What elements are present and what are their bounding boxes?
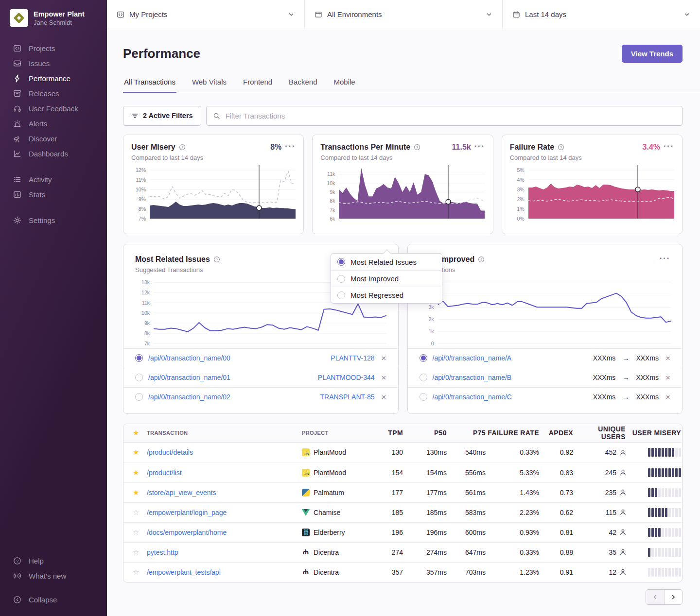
transaction-link[interactable]: /store/api_view_events [147,489,216,496]
column-header[interactable]: USER MISERY [627,429,682,437]
close-icon[interactable]: × [382,374,386,382]
close-icon[interactable]: × [382,354,386,362]
overflow-menu-button[interactable]: ··· [285,143,296,152]
question-icon[interactable]: ? [558,144,564,151]
y-axis-labels: 12%11%10%9%8%7% [131,167,150,219]
close-icon[interactable]: × [665,374,670,382]
close-icon[interactable]: × [382,393,386,401]
environment-selector[interactable]: All Environments [305,0,502,29]
column-header[interactable]: TPM [374,429,404,437]
sidebar-item-activity[interactable]: Activity [0,172,107,187]
tab-all-transactions[interactable]: All Transactions [123,78,176,93]
overflow-menu-button[interactable]: ··· [664,143,674,152]
star-filter-icon[interactable] [133,428,139,437]
sidebar-collapse-button[interactable]: Collapse [0,592,107,607]
sidebar-item-settings[interactable]: Settings [0,213,107,228]
tab-frontend[interactable]: Frontend [242,78,273,93]
issue-link[interactable]: PLANTTV-128 [331,354,374,362]
radio-button[interactable] [135,354,143,362]
card-title: Failure Rate [510,143,555,152]
star-icon[interactable] [133,548,139,556]
tab-web-vitals[interactable]: Web Vitals [191,78,228,93]
close-icon[interactable]: × [665,354,670,362]
transaction-link[interactable]: /empowerplant/login_page [147,509,227,516]
sidebar-item-performance[interactable]: Performance [0,71,107,86]
sidebar-item-releases[interactable]: Releases [0,86,107,101]
sidebar-item-issues[interactable]: Issues [0,56,107,71]
transaction-link[interactable]: /product/list [147,469,182,477]
activity-icon [13,175,21,184]
radio-button[interactable] [135,374,143,381]
column-header[interactable]: APDEX [540,429,574,437]
transaction-link[interactable]: /api/0/transaction_name/C [433,393,512,401]
sidebar-item-alerts[interactable]: Alerts [0,116,107,131]
sidebar-item-label: Dashboards [29,150,68,158]
star-icon[interactable] [133,488,139,496]
transaction-link[interactable]: /docs/empowerplant/home [147,529,227,536]
star-icon[interactable] [133,508,139,516]
search-input[interactable] [225,111,676,120]
next-page-button[interactable] [664,590,682,604]
close-icon[interactable]: × [665,393,670,401]
tpm-value: 185 [374,509,404,516]
sidebar-item-whats-new[interactable]: What’s new [0,568,107,583]
sidebar-item-help[interactable]: ? Help [0,553,107,568]
date-range-selector[interactable]: Last 14 days [503,0,700,29]
column-header[interactable]: FAILURE RATE [487,429,540,437]
most-improved-card: Most Improved ? ··· Transactions 5k4k3k2… [407,244,683,414]
question-icon[interactable]: ? [213,256,220,263]
collapse-icon [13,596,21,604]
p75-value: 556ms [448,469,487,477]
question-icon[interactable]: ? [179,144,186,151]
issue-link[interactable]: TRANSPLANT-85 [320,393,375,401]
transaction-link[interactable]: /api/0/transaction_name/02 [148,393,230,401]
sidebar-item-projects[interactable]: Projects [0,41,107,56]
star-icon[interactable] [133,568,139,576]
question-icon[interactable]: ? [478,256,485,263]
unique-users-value: 35 [609,548,616,556]
view-trends-button[interactable]: View Trends [622,45,682,63]
transaction-link[interactable]: /empowerplant_tests/api [147,568,221,576]
sidebar-item-stats[interactable]: Stats [0,187,107,202]
menu-item-most-regressed[interactable]: Most Regressed [331,287,442,303]
table-row: /docs/empowerplant/homeElderberry196196m… [123,522,682,542]
sidebar-item-user-feedback[interactable]: User Feedback [0,101,107,116]
overflow-menu-button[interactable]: ··· [660,255,670,264]
column-header[interactable]: P50 [404,429,448,437]
menu-item-label: Most Regressed [350,291,403,299]
table-row: /empowerplant_tests/apiDicentra357357ms7… [123,562,682,582]
column-header[interactable]: UNIQUE USERS [574,425,627,441]
sidebar-item-dashboards[interactable]: Dashboards [0,146,107,161]
p50-value: 130ms [404,448,448,456]
transaction-link[interactable]: /api/0/transaction_name/01 [148,374,230,381]
column-header[interactable]: P75 [448,429,487,437]
star-icon[interactable] [133,448,139,456]
menu-item-most-related-issues[interactable]: Most Related Issues [331,254,442,270]
radio-button[interactable] [420,374,427,381]
transaction-link[interactable]: /api/0/transaction_name/A [433,354,512,362]
project-selector[interactable]: My Projects [107,0,304,29]
star-icon[interactable] [133,468,139,477]
y-axis-labels: 5%4%3%2%1%0% [510,167,528,219]
star-icon[interactable] [133,528,139,536]
transaction-link[interactable]: /api/0/transaction_name/00 [148,354,230,362]
tab-mobile[interactable]: Mobile [332,78,356,93]
radio-button[interactable] [420,393,427,401]
transaction-link[interactable]: pytest.http [147,548,178,556]
radio-button[interactable] [135,393,143,401]
menu-item-most-improved[interactable]: Most Improved [331,270,442,287]
radio-button[interactable] [420,354,427,362]
failure-rate-value: 0.33% [487,448,540,456]
column-header[interactable]: PROJECT [302,430,374,436]
question-icon[interactable]: ? [414,144,420,151]
column-header[interactable]: TRANSACTION [147,430,302,436]
issue-link[interactable]: PLANTMOOD-344 [318,374,375,381]
org-switcher[interactable]: Empower Plant Jane Schmidt [0,7,107,29]
transaction-link[interactable]: /api/0/transaction_name/B [433,374,512,381]
overflow-menu-button[interactable]: ··· [474,143,485,152]
sidebar-item-discover[interactable]: Discover [0,131,107,146]
tab-backend[interactable]: Backend [288,78,318,93]
transaction-link[interactable]: /product/details [147,448,193,456]
previous-page-button[interactable] [646,590,664,604]
active-filters-button[interactable]: 2 Active Filters [123,106,201,126]
